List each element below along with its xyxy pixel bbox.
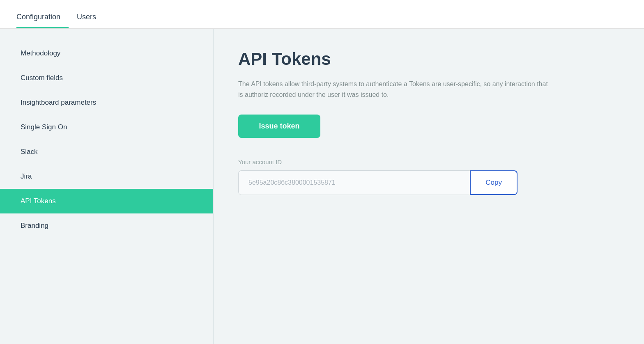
content-description: The API tokens allow third-party systems… [238,79,550,100]
top-nav: Configuration Users [0,0,644,29]
account-id-input[interactable] [238,170,470,195]
copy-button[interactable]: Copy [470,170,518,195]
sidebar-item-methodology[interactable]: Methodology [0,41,213,66]
sidebar-item-insightboard[interactable]: Insightboard parameters [0,90,213,115]
sidebar-item-custom-fields[interactable]: Custom fields [0,66,213,90]
sidebar-item-jira[interactable]: Jira [0,164,213,189]
account-id-label: Your account ID [238,158,619,165]
account-id-row: Copy [238,170,518,195]
sidebar: Methodology Custom fields Insightboard p… [0,29,214,344]
sidebar-item-slack[interactable]: Slack [0,140,213,164]
content-area: API Tokens The API tokens allow third-pa… [214,29,644,344]
sidebar-item-branding[interactable]: Branding [0,213,213,238]
issue-token-button[interactable]: Issue token [238,115,320,138]
sidebar-item-api-tokens[interactable]: API Tokens [0,189,213,213]
sidebar-item-sso[interactable]: Single Sign On [0,115,213,140]
tab-configuration[interactable]: Configuration [16,13,69,28]
page-title: API Tokens [238,49,619,69]
account-id-section: Your account ID Copy [238,158,619,195]
main-layout: Methodology Custom fields Insightboard p… [0,29,644,344]
tab-users[interactable]: Users [77,13,104,28]
